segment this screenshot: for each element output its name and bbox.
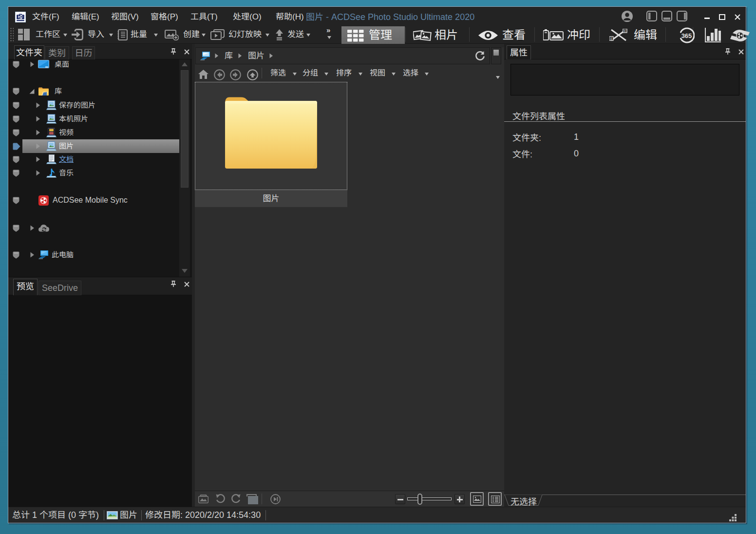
svg-text:E: E xyxy=(624,29,626,33)
svg-text:E: E xyxy=(610,37,613,40)
svg-text:365: 365 xyxy=(681,32,692,39)
